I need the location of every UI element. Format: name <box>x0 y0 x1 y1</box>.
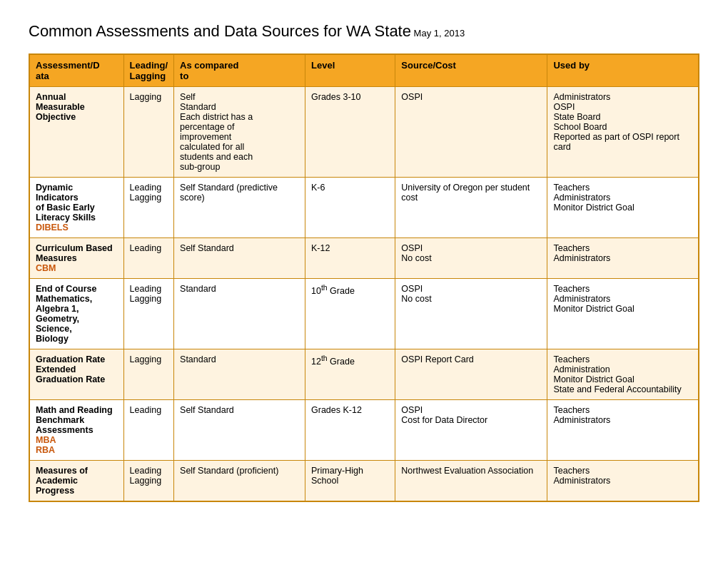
cell-source-cost: OSPINo cost <box>395 237 547 278</box>
table-row: Math and ReadingBenchmarkAssessmentsMBAR… <box>29 399 699 460</box>
cell-used-by: TeachersAdministratorsMonitor District G… <box>547 177 699 237</box>
table-row: End of CourseMathematics,Algebra 1,Geome… <box>29 278 699 349</box>
cell-assessment: Dynamic Indicatorsof Basic EarlyLiteracy… <box>29 177 123 237</box>
col-header-source-cost: Source/Cost <box>395 54 547 87</box>
table-row: Annual MeasurableObjectiveLaggingSelfSta… <box>29 86 699 177</box>
cell-level: 12th Grade <box>305 349 395 399</box>
cell-source-cost: OSPI <box>395 86 547 177</box>
cell-as-compared-to: Self Standard (proficient) <box>174 460 305 501</box>
cell-leading-lagging: LeadingLagging <box>123 177 173 237</box>
cell-as-compared-to: Standard <box>174 349 305 399</box>
cell-as-compared-to: Self Standard <box>174 399 305 460</box>
cell-as-compared-to: Self Standard <box>174 237 305 278</box>
cell-assessment: Curriculum BasedMeasuresCBM <box>29 237 123 278</box>
cell-level: K-6 <box>305 177 395 237</box>
cell-assessment: End of CourseMathematics,Algebra 1,Geome… <box>29 278 123 349</box>
cell-assessment: Graduation RateExtendedGraduation Rate <box>29 349 123 399</box>
col-header-leading-lagging: Leading/Lagging <box>123 54 173 87</box>
cell-source-cost: University of Oregon per student cost <box>395 177 547 237</box>
cell-used-by: TeachersAdministrators <box>547 399 699 460</box>
table-row: Dynamic Indicatorsof Basic EarlyLiteracy… <box>29 177 699 237</box>
table-row: Curriculum BasedMeasuresCBMLeadingSelf S… <box>29 237 699 278</box>
cell-leading-lagging: LeadingLagging <box>123 278 173 349</box>
cell-used-by: TeachersAdministrators <box>547 237 699 278</box>
cell-leading-lagging: Lagging <box>123 349 173 399</box>
cell-level: Grades K-12 <box>305 399 395 460</box>
table-row: Measures ofAcademic ProgressLeadingLaggi… <box>29 460 699 501</box>
cell-level: Primary-High School <box>305 460 395 501</box>
cell-leading-lagging: LeadingLagging <box>123 460 173 501</box>
cell-used-by: TeachersAdministratorsMonitor District G… <box>547 278 699 349</box>
cell-level: Grades 3-10 <box>305 86 395 177</box>
cell-leading-lagging: Lagging <box>123 86 173 177</box>
col-header-level: Level <box>305 54 395 87</box>
col-header-used-by: Used by <box>547 54 699 87</box>
cell-source-cost: OSPICost for Data Director <box>395 399 547 460</box>
cell-assessment: Annual MeasurableObjective <box>29 86 123 177</box>
cell-used-by: TeachersAdministrators <box>547 460 699 501</box>
cell-assessment: Math and ReadingBenchmarkAssessmentsMBAR… <box>29 399 123 460</box>
cell-level: 10th Grade <box>305 278 395 349</box>
cell-used-by: AdministratorsOSPIState BoardSchool Boar… <box>547 86 699 177</box>
cell-used-by: TeachersAdministrationMonitor District G… <box>547 349 699 399</box>
table-row: Graduation RateExtendedGraduation RateLa… <box>29 349 699 399</box>
cell-as-compared-to: SelfStandardEach district has apercentag… <box>174 86 305 177</box>
cell-source-cost: Northwest Evaluation Association <box>395 460 547 501</box>
col-header-assessment: Assessment/Data <box>29 54 123 87</box>
cell-as-compared-to: Standard <box>174 278 305 349</box>
cell-source-cost: OSPI Report Card <box>395 349 547 399</box>
assessments-table: Assessment/Data Leading/Lagging As compa… <box>29 53 699 502</box>
cell-level: K-12 <box>305 237 395 278</box>
cell-as-compared-to: Self Standard (predictive score) <box>174 177 305 237</box>
cell-leading-lagging: Leading <box>123 399 173 460</box>
page-title: Common Assessments and Data Sources for … <box>29 21 699 42</box>
cell-assessment: Measures ofAcademic Progress <box>29 460 123 501</box>
cell-source-cost: OSPINo cost <box>395 278 547 349</box>
cell-leading-lagging: Leading <box>123 237 173 278</box>
col-header-as-compared-to: As comparedto <box>174 54 305 87</box>
